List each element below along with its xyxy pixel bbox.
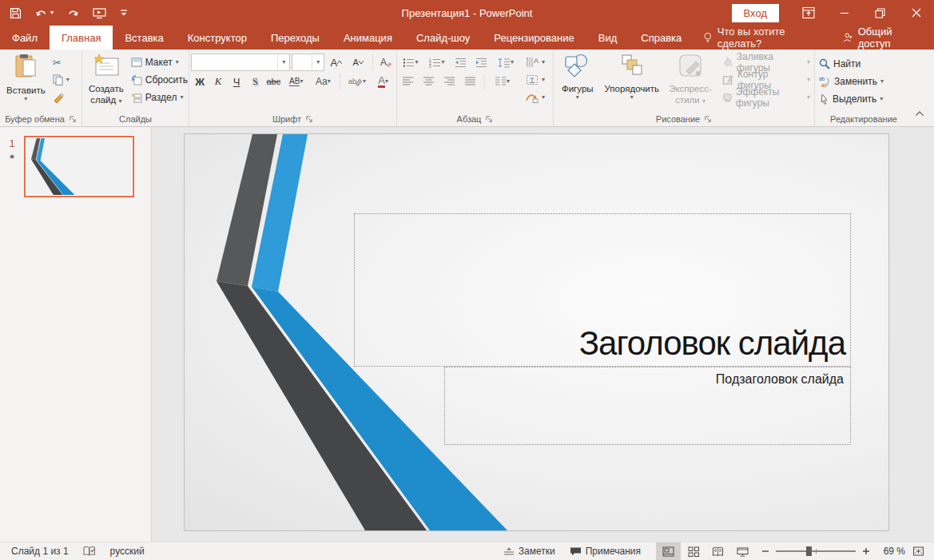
tab-insert[interactable]: Вставка <box>113 26 175 50</box>
increase-indent-button[interactable] <box>472 54 491 71</box>
customize-qat-icon[interactable] <box>120 8 128 18</box>
tab-design[interactable]: Конструктор <box>176 26 259 50</box>
tell-me-box[interactable]: Что вы хотите сделать? <box>694 26 829 50</box>
strikethrough-button[interactable]: abc <box>264 73 282 90</box>
slide-1-thumbnail[interactable] <box>24 136 134 197</box>
format-painter-button[interactable] <box>50 89 72 106</box>
undo-button[interactable]: ▾ <box>35 7 54 18</box>
new-slide-label-1: Создать <box>89 83 124 94</box>
restore-button[interactable] <box>862 0 898 26</box>
select-button[interactable]: Выделить ▾ <box>817 90 911 108</box>
font-color-button[interactable]: А ▾ <box>372 73 395 90</box>
layout-button[interactable]: Макет ▾ <box>129 54 190 71</box>
tab-slideshow[interactable]: Слайд-шоу <box>404 26 482 50</box>
decrease-indent-icon <box>455 58 467 68</box>
section-button[interactable]: Раздел ▾ <box>129 89 190 106</box>
align-center-button[interactable] <box>419 73 438 90</box>
line-spacing-button[interactable]: ▾ <box>493 54 519 71</box>
notes-button[interactable]: Заметки <box>496 542 562 560</box>
undo-caret-icon[interactable]: ▾ <box>50 10 54 16</box>
align-text-caret-icon: ▾ <box>542 77 545 83</box>
title-placeholder[interactable]: Заголовок слайда <box>354 213 851 367</box>
underline-button[interactable]: Ч <box>228 73 245 90</box>
find-button[interactable]: Найти <box>817 55 911 73</box>
close-button[interactable] <box>898 0 934 26</box>
slide-sorter-view-button[interactable] <box>681 542 705 560</box>
text-highlight-button[interactable]: ab ▾ <box>344 73 372 90</box>
zoom-slider[interactable] <box>776 550 856 552</box>
italic-button[interactable]: К <box>209 73 227 90</box>
paste-button[interactable]: Вставить ▾ <box>2 50 50 111</box>
align-text-button[interactable]: ▾ <box>523 71 547 89</box>
animation-star-icon[interactable]: ★ <box>9 153 15 161</box>
slide-count-indicator[interactable]: Слайд 1 из 1 <box>0 542 76 560</box>
slideshow-view-button[interactable] <box>730 542 755 560</box>
minimize-button[interactable] <box>826 0 862 26</box>
zoom-percentage[interactable]: 69 % <box>876 546 905 557</box>
text-direction-button[interactable]: A ▾ <box>523 54 547 71</box>
layout-icon <box>131 58 142 67</box>
powerpoint-window: ▾ Презентация1 - PowerPoint Вход <box>0 0 934 560</box>
tab-view[interactable]: Вид <box>586 26 630 50</box>
ribbon: Вставить ▾ ✂ ▾ Буфер обме <box>0 50 934 127</box>
zoom-in-button[interactable] <box>862 547 870 555</box>
slide-title-text[interactable]: Заголовок слайда <box>579 324 850 366</box>
font-name-combo[interactable]: ▾ <box>191 54 290 71</box>
align-right-button[interactable] <box>440 73 459 90</box>
paragraph-dialog-launcher-icon[interactable] <box>485 115 493 123</box>
copy-button[interactable]: ▾ <box>50 71 72 89</box>
reading-view-button[interactable] <box>705 542 730 560</box>
quick-styles-button[interactable]: Экспресс- стили ▾ <box>664 50 717 111</box>
tab-home[interactable]: Главная <box>50 26 113 50</box>
slide-subtitle-text[interactable]: Подзаголовок слайда <box>716 367 850 387</box>
tab-transitions[interactable]: Переходы <box>259 26 332 50</box>
bullets-button[interactable]: ▾ <box>399 54 423 71</box>
start-slideshow-icon[interactable] <box>93 7 106 19</box>
spell-check-button[interactable] <box>76 542 103 560</box>
shapes-button[interactable]: Фигуры ▾ <box>555 50 600 111</box>
redo-icon[interactable] <box>67 7 79 18</box>
slide-1[interactable]: Заголовок слайда Подзаголовок слайда <box>185 134 888 530</box>
columns-button[interactable]: ▾ <box>490 73 515 90</box>
normal-view-button[interactable] <box>656 542 681 560</box>
align-left-button[interactable] <box>399 73 417 90</box>
tab-animations[interactable]: Анимация <box>332 26 404 50</box>
zoom-out-button[interactable] <box>761 547 769 555</box>
shape-effects-button[interactable]: Эффекты фигуры ▾ <box>720 89 813 106</box>
text-shadow-button[interactable]: S <box>246 73 264 90</box>
font-size-combo[interactable]: ▾ <box>292 54 324 71</box>
ribbon-display-options-button[interactable] <box>790 0 826 26</box>
collapse-ribbon-button[interactable] <box>915 105 924 120</box>
language-indicator[interactable]: русский <box>103 542 152 560</box>
replace-button[interactable]: abac Заменить ▾ <box>817 73 911 90</box>
tab-review[interactable]: Рецензирование <box>482 26 586 50</box>
subtitle-placeholder[interactable]: Подзаголовок слайда <box>444 367 851 445</box>
font-dialog-launcher-icon[interactable] <box>305 115 313 123</box>
decrease-indent-button[interactable] <box>451 54 470 71</box>
clear-formatting-button[interactable]: A <box>377 54 395 71</box>
change-case-button[interactable]: Аа ▾ <box>310 73 336 90</box>
fit-slide-to-window-button[interactable] <box>905 542 934 560</box>
slide-number: 1 <box>9 137 14 149</box>
slide-editor-canvas[interactable]: Заголовок слайда Подзаголовок слайда <box>152 127 934 542</box>
tab-file[interactable]: Файл <box>0 26 50 50</box>
shrink-font-button[interactable]: А <box>348 54 368 71</box>
tab-help[interactable]: Справка <box>629 26 694 50</box>
grow-font-button[interactable]: А <box>326 54 346 71</box>
cut-button[interactable]: ✂ <box>50 54 72 71</box>
justify-button[interactable] <box>461 73 479 90</box>
convert-smartart-button[interactable]: ▾ <box>523 89 547 106</box>
bold-button[interactable]: Ж <box>191 73 209 90</box>
share-button[interactable]: Общий доступ <box>829 26 934 50</box>
clipboard-dialog-launcher-icon[interactable] <box>69 115 77 123</box>
new-slide-button[interactable]: Создать слайд ▾ <box>84 50 129 111</box>
reset-button[interactable]: Сбросить <box>129 71 190 89</box>
sign-in-button[interactable]: Вход <box>732 4 779 22</box>
arrange-button[interactable]: Упорядочить ▾ <box>600 50 664 111</box>
character-spacing-button[interactable]: АВ ▾ <box>283 73 309 90</box>
zoom-slider-handle[interactable] <box>806 546 812 556</box>
drawing-dialog-launcher-icon[interactable] <box>704 115 712 123</box>
numbering-button[interactable]: 123 ▾ <box>425 54 449 71</box>
save-icon[interactable] <box>10 7 22 19</box>
comments-button[interactable]: Примечания <box>562 542 648 560</box>
